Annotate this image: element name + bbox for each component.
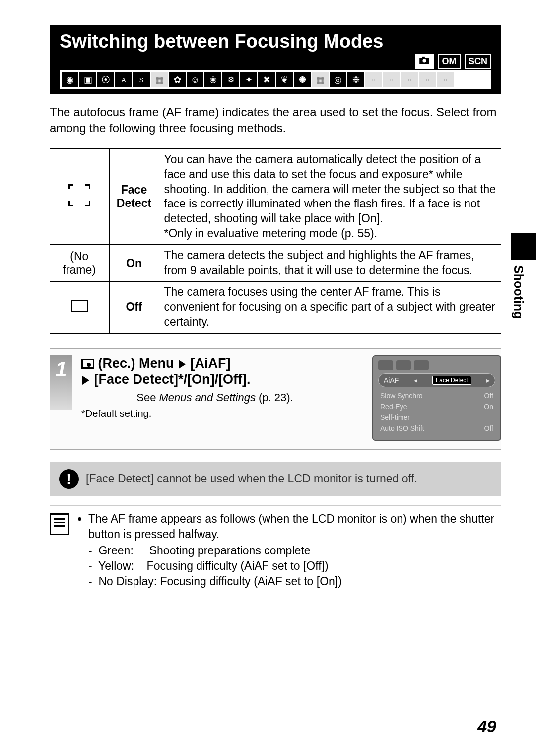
menu-row-label: AiAF: [384, 376, 399, 384]
strip-icon: ✖: [258, 72, 275, 87]
menu-row: Auto ISO Shift Off: [378, 423, 495, 434]
manual-page: Switching between Focusing Modes OM SCN …: [0, 0, 536, 609]
step-number: 1: [50, 355, 72, 410]
arrow-right-icon: [179, 360, 186, 369]
no-frame-label: (No frame): [50, 245, 109, 281]
menu-row-value: On: [484, 403, 493, 411]
mode-description: You can have the camera automatically de…: [159, 149, 501, 245]
arrow-left-icon: ◂: [414, 376, 417, 384]
menu-row: Self-timer: [378, 412, 495, 423]
step-title-options: [Face Detect]*/[On]/[Off].: [94, 372, 251, 387]
warning-note: ! [Face Detect] cannot be used when the …: [50, 462, 501, 496]
menu-row-label: Slow Synchro: [380, 392, 423, 400]
step-title-item: [AiAF]: [191, 356, 231, 371]
strip-icon: ▫: [383, 72, 400, 87]
strip-icon: S: [133, 72, 150, 87]
arrow-right-icon: [82, 376, 89, 385]
chapter-tab: Shooting: [511, 233, 536, 319]
memo-text: The AF frame appears as follows (when th…: [76, 511, 501, 589]
strip-icon: ✦: [240, 72, 257, 87]
arrow-right-icon: ▸: [486, 376, 490, 384]
memo-lead: The AF frame appears as follows (when th…: [88, 511, 501, 542]
strip-icon: ◎: [330, 72, 346, 87]
step-title: (Rec.) Menu [AiAF] [Face Detect]*/[On]/[…: [81, 355, 363, 388]
mode-badges: OM SCN: [60, 54, 491, 69]
menu-row-label: Red-Eye: [380, 403, 407, 411]
menu-tab-icon: [378, 360, 393, 370]
strip-icon: ▫: [365, 72, 382, 87]
menu-row-value: Off: [484, 424, 493, 432]
step-default-note: *Default setting.: [81, 408, 363, 419]
memo-note: The AF frame appears as follows (when th…: [50, 505, 501, 589]
menu-row: Slow Synchro Off: [378, 390, 495, 401]
svg-rect-1: [422, 57, 425, 59]
menu-screenshot: AiAF ◂ Face Detect ▸ Slow Synchro Off Re…: [372, 355, 501, 441]
om-mode-badge: OM: [438, 54, 461, 69]
strip-icon: ❄: [222, 72, 239, 87]
chapter-label: Shooting: [511, 265, 526, 319]
memo-item: Green: Shooting preparations complete: [88, 543, 501, 558]
table-row: (No frame) On The camera detects the sub…: [50, 245, 501, 281]
strip-icon: ❀: [204, 72, 221, 87]
strip-icon: ▦: [151, 72, 168, 87]
intro-paragraph: The autofocus frame (AF frame) indicates…: [50, 104, 501, 137]
mode-name: On: [109, 245, 159, 281]
strip-icon: ❦: [276, 72, 293, 87]
strip-icon: ✺: [294, 72, 311, 87]
mode-name: Off: [109, 281, 159, 333]
memo-icon: [50, 513, 69, 535]
menu-tabs: [378, 360, 495, 370]
menu-row: Red-Eye On: [378, 401, 495, 412]
table-row: Face Detect You can have the camera auto…: [50, 149, 501, 245]
step-body: (Rec.) Menu [AiAF] [Face Detect]*/[On]/[…: [81, 355, 363, 420]
menu-selected-row: AiAF ◂ Face Detect ▸: [378, 373, 495, 387]
face-detect-frame-icon: [50, 149, 109, 245]
strip-icon: ▫: [401, 72, 418, 87]
strip-icon: ◉: [62, 72, 78, 87]
svg-point-2: [423, 59, 426, 62]
center-frame-icon: [50, 281, 109, 333]
scn-mode-badge: SCN: [465, 54, 491, 69]
mode-description: The camera focuses using the center AF f…: [159, 281, 501, 333]
strip-icon: ▣: [79, 72, 96, 87]
strip-icon: ❉: [347, 72, 364, 87]
menu-tab-icon: [414, 360, 429, 370]
menu-row-value: Face Detect: [432, 376, 471, 385]
strip-icon: ▫: [437, 72, 454, 87]
memo-item: No Display: Focusing difficulty (AiAF se…: [88, 574, 501, 589]
menu-row-label: Auto ISO Shift: [380, 424, 424, 432]
table-row: Off The camera focuses using the center …: [50, 281, 501, 333]
strip-icon: ☺: [187, 72, 203, 87]
rec-menu-icon: [81, 359, 94, 369]
camera-mode-icon: [415, 54, 434, 69]
page-title: Switching between Focusing Modes: [60, 31, 491, 52]
menu-row-label: Self-timer: [380, 413, 410, 421]
focus-modes-table: Face Detect You can have the camera auto…: [50, 148, 501, 334]
strip-icon: ▫: [419, 72, 436, 87]
warning-text: [Face Detect] cannot be used when the LC…: [86, 472, 417, 485]
step-title-prefix: (Rec.) Menu: [98, 356, 174, 371]
menu-tab-icon: [396, 360, 411, 370]
strip-icon: ✿: [169, 72, 186, 87]
tab-decoration: [511, 233, 536, 260]
exclamation-icon: !: [59, 469, 79, 489]
menu-row-value: Off: [484, 392, 493, 400]
step-see-reference: See Menus and Settings (p. 23).: [81, 391, 363, 404]
mode-description: The camera detects the subject and highl…: [159, 245, 501, 281]
memo-item: Yellow: Focusing difficulty (AiAF set to…: [88, 558, 501, 574]
scene-mode-icon-strip: ◉ ▣ ⦿ A S ▦ ✿ ☺ ❀ ❄ ✦ ✖ ❦ ✺ ▦ ◎ ❉ ▫ ▫ ▫ …: [60, 69, 491, 90]
procedure-step: 1 (Rec.) Menu [AiAF] [Face Detect]*/[On]…: [50, 348, 501, 450]
mode-name: Face Detect: [109, 149, 159, 245]
strip-icon: ▦: [312, 72, 329, 87]
strip-icon: ⦿: [97, 72, 114, 87]
section-header: Switching between Focusing Modes OM SCN …: [50, 25, 501, 94]
page-number: 49: [477, 717, 496, 736]
strip-icon: A: [115, 72, 132, 87]
